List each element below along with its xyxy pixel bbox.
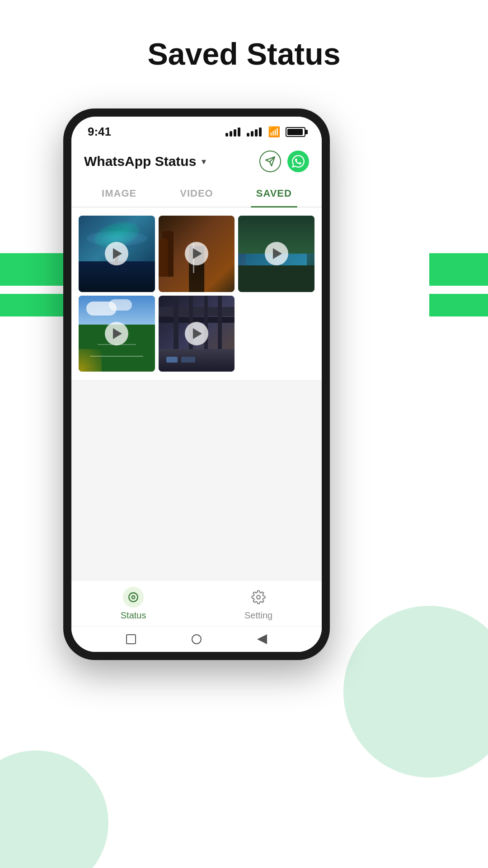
- battery-icon: [286, 127, 305, 137]
- video-item-4[interactable]: [79, 296, 155, 372]
- status-icons: 📶: [225, 126, 305, 138]
- nav-status[interactable]: Status: [121, 587, 146, 621]
- bg-circle-bottom-left: [0, 750, 108, 868]
- status-icon: [127, 591, 139, 603]
- svg-point-4: [257, 595, 260, 599]
- android-recents-icon: [126, 634, 136, 644]
- play-button-3[interactable]: [265, 242, 288, 265]
- phone-frame: 9:41 📶: [63, 108, 330, 660]
- tab-saved[interactable]: SAVED: [235, 179, 313, 207]
- app-header: WhatsApp Status ▾: [71, 143, 322, 179]
- android-home-icon: [192, 634, 202, 644]
- status-bar: 9:41 📶: [71, 117, 322, 143]
- app-title-row: WhatsApp Status ▾: [84, 154, 206, 169]
- header-icons: [259, 151, 309, 172]
- play-button-4[interactable]: [105, 322, 128, 345]
- nav-setting[interactable]: Setting: [244, 587, 272, 621]
- svg-point-2: [129, 593, 138, 602]
- bg-stripe-right-2: [429, 294, 488, 316]
- video-item-2[interactable]: [159, 216, 235, 292]
- status-time: 9:41: [88, 125, 111, 139]
- setting-nav-icon-wrapper: [248, 587, 269, 608]
- dropdown-arrow-icon[interactable]: ▾: [202, 156, 206, 167]
- android-home-button[interactable]: [190, 633, 203, 646]
- whatsapp-button[interactable]: [287, 151, 309, 172]
- android-nav: [71, 626, 322, 652]
- phone-screen: 9:41 📶: [71, 117, 322, 652]
- play-button-1[interactable]: [105, 242, 128, 265]
- status-nav-label: Status: [121, 610, 146, 621]
- play-button-5[interactable]: [185, 322, 208, 345]
- android-back-button[interactable]: [256, 633, 268, 646]
- video-item-1[interactable]: [79, 216, 155, 292]
- bg-stripe-right-1: [429, 253, 488, 286]
- play-button-2[interactable]: [185, 242, 208, 265]
- status-nav-icon-circle: [123, 587, 144, 608]
- tab-image[interactable]: IMAGE: [80, 179, 158, 207]
- signal-bars-2: [247, 127, 262, 137]
- video-grid-container: [71, 208, 322, 380]
- send-button[interactable]: [259, 151, 281, 172]
- bg-circle-bottom-right: [343, 606, 488, 778]
- setting-nav-label: Setting: [244, 610, 272, 621]
- video-item-5[interactable]: [159, 296, 235, 372]
- bottom-nav-items: Status Setting: [71, 580, 322, 626]
- android-recents-button[interactable]: [125, 633, 137, 646]
- tabs: IMAGE VIDEO SAVED: [71, 179, 322, 208]
- video-item-3[interactable]: [238, 216, 314, 292]
- wifi-icon: 📶: [268, 126, 280, 138]
- svg-point-3: [132, 596, 135, 599]
- tab-video[interactable]: VIDEO: [158, 179, 235, 207]
- signal-bars-1: [225, 127, 240, 137]
- setting-icon: [251, 590, 266, 604]
- bottom-nav: Status Setting: [71, 580, 322, 652]
- page-title: Saved Status: [0, 36, 488, 71]
- video-grid: [79, 216, 314, 372]
- android-back-icon: [257, 634, 267, 644]
- app-title: WhatsApp Status: [84, 154, 196, 169]
